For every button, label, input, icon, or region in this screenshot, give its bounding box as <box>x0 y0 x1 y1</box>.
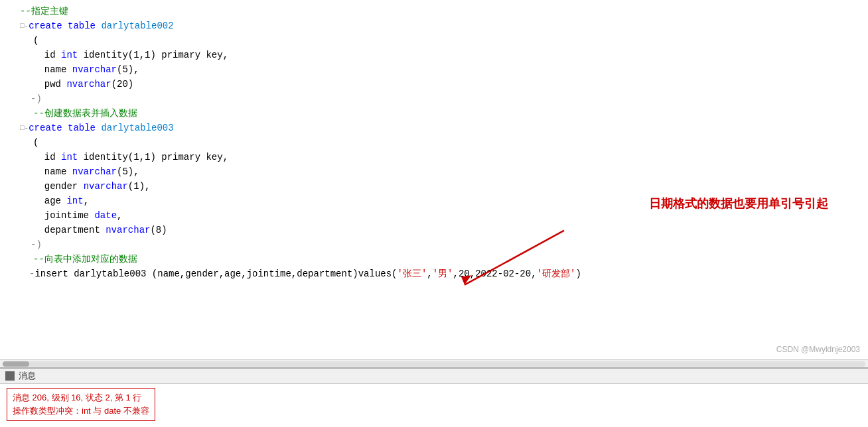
code-line: ( <box>20 33 861 48</box>
expand-icon[interactable]: □- <box>20 19 29 33</box>
messages-icon <box>5 371 15 381</box>
watermark: CSDN @Mwyldnje2003 <box>776 345 860 354</box>
code-line: pwd nvarchar(20) <box>20 77 861 91</box>
code-text: department nvarchar(8) <box>20 223 167 237</box>
error-line2: 操作数类型冲突：int 与 date 不兼容 <box>13 404 149 418</box>
expand-icon[interactable]: □- <box>20 121 29 135</box>
code-text: name nvarchar(5), <box>20 62 139 77</box>
panel-title: 消息 <box>19 370 36 382</box>
code-line: gender nvarchar(1), <box>20 179 861 194</box>
scrollbar-track[interactable] <box>3 361 865 367</box>
code-line: ( <box>20 135 861 150</box>
code-line: id int identity(1,1) primary key, <box>20 150 861 164</box>
code-content: --指定主键 □- create table darlytable002 ( i… <box>0 4 868 281</box>
error-line1: 消息 206, 级别 16, 状态 2, 第 1 行 <box>13 391 149 404</box>
code-text: --创建数据表并插入数据 <box>20 106 137 121</box>
scrollbar-thumb[interactable] <box>3 361 29 367</box>
code-line: id int identity(1,1) primary key, <box>20 48 861 62</box>
code-text: ( <box>20 135 38 150</box>
code-line: name nvarchar(5), <box>20 62 861 77</box>
code-line: department nvarchar(8) <box>20 223 861 237</box>
code-text: --向表中添加对应的数据 <box>20 252 137 267</box>
code-line: □- create table darlytable002 <box>20 19 861 33</box>
horizontal-scrollbar[interactable] <box>0 359 868 367</box>
code-text: - <box>20 267 35 281</box>
code-line: age int, <box>20 194 861 208</box>
code-line: -) <box>20 237 861 252</box>
error-message: 消息 206, 级别 16, 状态 2, 第 1 行 操作数类型冲突：int 与… <box>7 388 155 421</box>
code-text: --指定主键 <box>20 4 68 19</box>
code-text: insert darlytable003 (name,gender,age,jo… <box>35 267 581 281</box>
code-text: pwd nvarchar(20) <box>20 77 133 91</box>
code-text: ( <box>20 33 38 48</box>
code-text: name nvarchar(5), <box>20 164 139 179</box>
messages-panel: 消息 消息 206, 级别 16, 状态 2, 第 1 行 操作数类型冲突：in… <box>0 367 868 427</box>
code-line: □- create table darlytable003 <box>20 121 861 135</box>
code-text: create table <box>29 121 101 135</box>
code-line: --指定主键 <box>20 4 861 19</box>
code-text: age int, <box>20 194 89 208</box>
code-line: --创建数据表并插入数据 <box>20 106 861 121</box>
code-text: create table <box>29 19 101 33</box>
code-text: id int identity(1,1) primary key, <box>20 48 228 62</box>
code-text: darlytable002 <box>101 19 173 33</box>
code-text: gender nvarchar(1), <box>20 179 150 194</box>
code-editor: --指定主键 □- create table darlytable002 ( i… <box>0 0 868 359</box>
code-line-insert: - insert darlytable003 (name,gender,age,… <box>20 267 861 281</box>
code-line: name nvarchar(5), <box>20 164 861 179</box>
code-text: -) <box>20 91 42 106</box>
panel-content: 消息 206, 级别 16, 状态 2, 第 1 行 操作数类型冲突：int 与… <box>0 384 868 427</box>
code-text: -) <box>20 237 42 252</box>
code-line: -) <box>20 91 861 106</box>
panel-header: 消息 <box>0 369 868 384</box>
code-text: jointime date, <box>20 208 122 223</box>
code-line: --向表中添加对应的数据 <box>20 252 861 267</box>
code-line: jointime date, <box>20 208 861 223</box>
code-text: darlytable003 <box>101 121 173 135</box>
code-text: id int identity(1,1) primary key, <box>20 150 228 164</box>
